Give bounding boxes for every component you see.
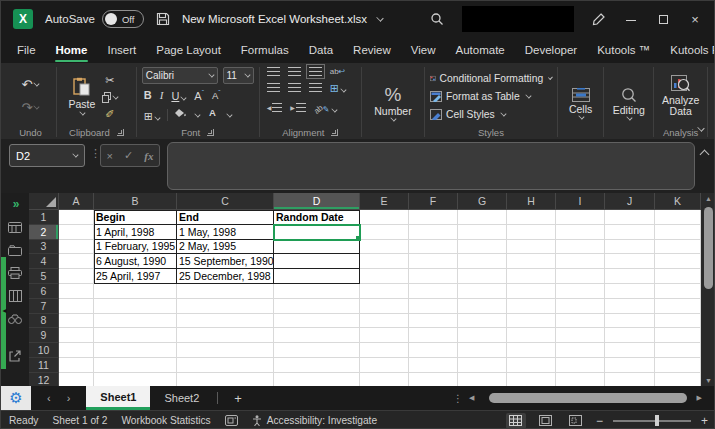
- font-color-button[interactable]: A: [207, 109, 218, 121]
- cell-E9[interactable]: [360, 328, 409, 343]
- cell-B3[interactable]: 1 February, 1995: [94, 240, 177, 255]
- scroll-right-arrow-icon[interactable]: ▶: [697, 394, 702, 402]
- font-dialog-launcher[interactable]: [207, 129, 214, 136]
- cell-F3[interactable]: [409, 240, 458, 255]
- cell-H5[interactable]: [507, 269, 556, 284]
- cell-K10[interactable]: [655, 343, 701, 358]
- column-header-J[interactable]: J: [605, 193, 655, 210]
- cell-I4[interactable]: [556, 254, 605, 269]
- cell-I3[interactable]: [556, 240, 605, 255]
- cell-I7[interactable]: [556, 299, 605, 314]
- cell-B2[interactable]: 1 April, 1998: [94, 225, 177, 240]
- cell-D11[interactable]: [274, 358, 360, 373]
- cell-H1[interactable]: [507, 210, 556, 225]
- autosave-toggle[interactable]: Off: [102, 10, 144, 28]
- cell-G8[interactable]: [458, 314, 507, 329]
- cell-G4[interactable]: [458, 254, 507, 269]
- cell-C12[interactable]: [177, 373, 274, 386]
- cell-D6[interactable]: [274, 284, 360, 299]
- cell-A6[interactable]: [59, 284, 94, 299]
- document-title[interactable]: New Microsoft Excel Worksheet.xlsx: [182, 13, 383, 25]
- cell-A10[interactable]: [59, 343, 94, 358]
- cell-F4[interactable]: [409, 254, 458, 269]
- row-header-10[interactable]: 10: [29, 343, 59, 358]
- align-middle-button[interactable]: [288, 67, 301, 76]
- cell-F5[interactable]: [409, 269, 458, 284]
- clipboard-dialog-launcher[interactable]: [117, 129, 124, 136]
- cell-C2[interactable]: 1 May, 1998: [177, 225, 274, 240]
- ribbon-tab-file[interactable]: File: [7, 37, 46, 63]
- cell-J11[interactable]: [605, 358, 655, 373]
- cell-G1[interactable]: [458, 210, 507, 225]
- align-bottom-button[interactable]: [309, 67, 322, 76]
- column-header-I[interactable]: I: [556, 193, 605, 210]
- sheet-tab-sheet1[interactable]: Sheet1: [86, 386, 150, 410]
- font-family-select[interactable]: Calibri: [142, 67, 218, 84]
- cell-K1[interactable]: [655, 210, 701, 225]
- cell-I11[interactable]: [556, 358, 605, 373]
- column-header-K[interactable]: K: [655, 193, 701, 210]
- cell-B9[interactable]: [94, 328, 177, 343]
- cell-C5[interactable]: 25 December, 1998: [177, 269, 274, 284]
- printer-icon[interactable]: [7, 266, 23, 280]
- cell-D1[interactable]: Random Date: [274, 210, 360, 225]
- close-button[interactable]: ×: [688, 12, 702, 27]
- sidebar-collapse-arrow-icon[interactable]: ◄: [1, 307, 8, 314]
- zoom-in-button[interactable]: +: [701, 414, 708, 428]
- scroll-down-arrow-icon[interactable]: ▼: [705, 377, 712, 384]
- cell-A7[interactable]: [59, 299, 94, 314]
- cell-D4[interactable]: [274, 254, 360, 269]
- bold-button[interactable]: B: [144, 89, 152, 101]
- cell-B12[interactable]: [94, 373, 177, 386]
- cell-I2[interactable]: [556, 225, 605, 240]
- cell-D3[interactable]: [274, 240, 360, 255]
- cell-H2[interactable]: [507, 225, 556, 240]
- cell-F2[interactable]: [409, 225, 458, 240]
- status-utility-icon[interactable]: [225, 415, 238, 426]
- row-header-9[interactable]: 9: [29, 328, 59, 343]
- row-header-6[interactable]: 6: [29, 284, 59, 299]
- cell-E6[interactable]: [360, 284, 409, 299]
- cell-A9[interactable]: [59, 328, 94, 343]
- ribbon-tab-review[interactable]: Review: [343, 37, 401, 63]
- workbook-statistics-button[interactable]: Workbook Statistics: [121, 415, 210, 426]
- vertical-scroll-thumb[interactable]: [704, 207, 713, 289]
- external-link-icon[interactable]: [7, 349, 23, 363]
- column-header-H[interactable]: H: [507, 193, 556, 210]
- maximize-button[interactable]: [656, 12, 670, 27]
- cell-G9[interactable]: [458, 328, 507, 343]
- column-header-F[interactable]: F: [409, 193, 458, 210]
- align-left-button[interactable]: [267, 83, 280, 92]
- cell-B1[interactable]: Begin: [94, 210, 177, 225]
- cell-E3[interactable]: [360, 240, 409, 255]
- cell-I6[interactable]: [556, 284, 605, 299]
- conditional-formatting-button[interactable]: Conditional Formatting: [430, 70, 552, 86]
- ribbon-tab-page-layout[interactable]: Page Layout: [146, 37, 231, 63]
- row-header-7[interactable]: 7: [29, 299, 59, 314]
- scroll-left-arrow-icon[interactable]: ◀: [469, 394, 474, 402]
- ribbon-tab-formulas[interactable]: Formulas: [231, 37, 299, 63]
- cell-A2[interactable]: [59, 225, 94, 240]
- select-all-corner[interactable]: [29, 193, 59, 210]
- cell-K12[interactable]: [655, 373, 701, 386]
- cell-H8[interactable]: [507, 314, 556, 329]
- cell-D10[interactable]: [274, 343, 360, 358]
- column-header-B[interactable]: B: [94, 193, 177, 210]
- cell-G2[interactable]: [458, 225, 507, 240]
- save-icon[interactable]: [156, 12, 170, 26]
- cut-button[interactable]: ✂: [102, 74, 118, 87]
- horizontal-scroll-thumb[interactable]: [489, 393, 687, 403]
- cell-C6[interactable]: [177, 284, 274, 299]
- cell-C8[interactable]: [177, 314, 274, 329]
- cell-K2[interactable]: [655, 225, 701, 240]
- kutools-settings-gear-icon[interactable]: ⚙: [1, 386, 31, 410]
- scroll-up-arrow-icon[interactable]: ▲: [705, 195, 712, 202]
- cell-K11[interactable]: [655, 358, 701, 373]
- ribbon-tab-data[interactable]: Data: [299, 37, 343, 63]
- cell-K9[interactable]: [655, 328, 701, 343]
- cell-G5[interactable]: [458, 269, 507, 284]
- cell-C11[interactable]: [177, 358, 274, 373]
- cell-A8[interactable]: [59, 314, 94, 329]
- cell-E8[interactable]: [360, 314, 409, 329]
- cell-D9[interactable]: [274, 328, 360, 343]
